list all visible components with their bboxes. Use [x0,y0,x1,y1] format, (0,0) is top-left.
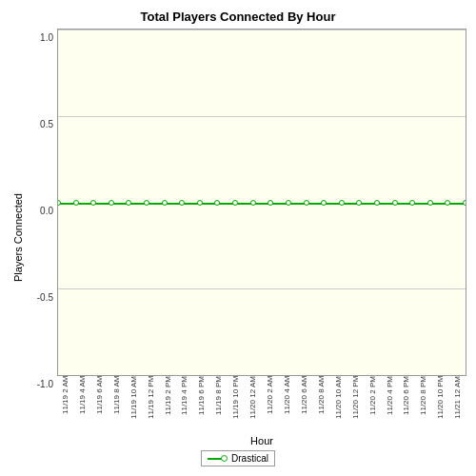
data-point [162,200,168,206]
data-point [73,200,79,206]
data-point [321,200,327,206]
legend-icon [208,455,228,462]
x-tick-label: 11/20 2 AM [262,376,279,433]
data-point [57,200,61,206]
data-line [58,203,466,205]
x-axis-labels: 11/19 2 AM11/19 4 AM11/19 6 AM11/19 8 AM… [57,376,466,433]
x-tick-label: 11/20 12 AM [245,376,262,433]
grid-line [58,288,466,289]
y-ticks: 1.00.50.0-0.5-1.0 [29,29,57,446]
x-tick-label: 11/20 10 AM [330,376,347,433]
data-point [463,200,466,206]
data-point [250,200,256,206]
data-point [126,200,131,206]
legend: Drastical [201,450,275,466]
x-axis-title: Hour [57,435,466,446]
data-point [392,200,398,206]
chart-title: Total Players Connected By Hour [141,10,336,24]
x-tick-label: 11/20 4 PM [382,376,399,433]
x-tick-label: 11/20 4 AM [279,376,296,433]
data-point [197,200,203,206]
data-point [286,200,291,206]
x-tick-label: 11/19 12 PM [143,376,160,433]
y-tick: 0.5 [40,119,53,129]
x-tick-label: 11/20 10 PM [432,376,449,433]
data-point [427,200,433,206]
x-tick-label: 11/20 2 PM [365,376,382,433]
y-tick: -0.5 [37,292,53,303]
x-tick-label: 11/19 4 AM [74,376,91,433]
data-point [374,200,380,206]
data-point [144,200,149,206]
x-tick-label: 11/19 4 PM [176,376,193,433]
x-tick-label: 11/19 6 AM [91,376,109,433]
chart-area: Players Connected 1.00.50.0-0.5-1.0 11/1… [10,29,466,446]
data-point [409,200,415,206]
x-tick-label: 11/19 6 PM [193,376,210,433]
grid-line [58,30,466,30]
x-tick-label: 11/19 2 AM [57,376,74,433]
x-tick-label: 11/19 10 PM [228,376,245,433]
x-tick-label: 11/20 8 PM [415,376,432,433]
y-tick: -1.0 [37,379,53,389]
x-tick-label: 11/19 8 PM [210,376,228,433]
x-tick-label: 11/19 8 AM [109,376,126,433]
data-point [232,200,238,206]
x-tick-label: 11/20 6 AM [296,376,313,433]
data-point [445,200,450,206]
x-tick-label: 11/20 6 PM [398,376,415,433]
legend-label: Drastical [231,453,268,464]
chart-container: Total Players Connected By Hour Players … [0,0,476,476]
data-point [339,200,345,206]
data-point [356,200,362,206]
legend-dot [221,455,228,462]
data-point [179,200,185,206]
x-tick-label: 11/19 10 AM [126,376,143,433]
data-point [90,200,96,206]
y-tick: 0.0 [40,206,53,216]
data-point [214,200,220,206]
data-point [268,200,273,206]
x-tick-label: 11/20 8 AM [313,376,330,433]
grid-line [58,116,466,117]
data-point [304,200,309,206]
plot [57,29,466,376]
x-tick-label: 11/21 12 AM [449,376,466,433]
y-axis-label: Players Connected [10,29,27,446]
x-tick-label: 11/20 12 PM [347,376,365,433]
data-point [109,200,114,206]
y-ticks-and-plot: 1.00.50.0-0.5-1.0 11/19 2 AM11/19 4 AM11… [29,29,466,446]
y-tick: 1.0 [40,32,53,43]
x-tick-label: 11/19 2 PM [160,376,177,433]
plot-and-x: 11/19 2 AM11/19 4 AM11/19 6 AM11/19 8 AM… [57,29,466,446]
